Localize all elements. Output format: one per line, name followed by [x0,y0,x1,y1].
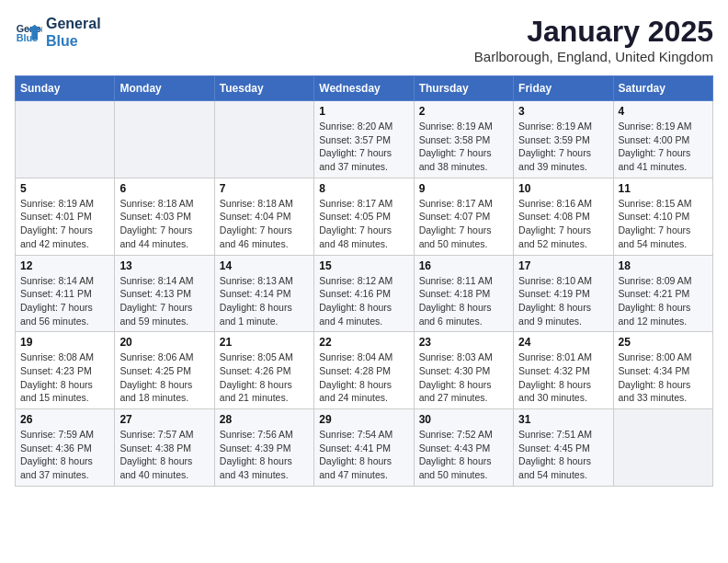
day-number: 26 [20,413,109,426]
day-info: Sunrise: 8:16 AM Sunset: 4:08 PM Dayligh… [518,197,608,251]
calendar-cell: 24Sunrise: 8:01 AM Sunset: 4:32 PM Dayli… [514,332,613,409]
day-info: Sunrise: 8:14 AM Sunset: 4:13 PM Dayligh… [119,274,209,328]
calendar-cell: 19Sunrise: 8:08 AM Sunset: 4:23 PM Dayli… [16,332,115,409]
weekday-header-tuesday: Tuesday [214,76,313,101]
day-number: 5 [20,182,109,195]
calendar-cell: 7Sunrise: 8:18 AM Sunset: 4:04 PM Daylig… [214,178,313,255]
logo-general: General [46,15,101,32]
day-number: 11 [619,182,708,195]
day-number: 2 [419,105,508,118]
day-number: 4 [619,105,708,118]
calendar-cell: 17Sunrise: 8:10 AM Sunset: 4:19 PM Dayli… [514,255,613,332]
day-number: 10 [518,182,608,195]
day-number: 21 [220,336,309,349]
day-info: Sunrise: 8:19 AM Sunset: 4:01 PM Dayligh… [20,197,109,251]
day-number: 18 [619,259,708,272]
weekday-header-wednesday: Wednesday [314,76,414,101]
logo-icon: General Blue [15,18,42,46]
day-number: 1 [319,105,408,118]
day-info: Sunrise: 8:17 AM Sunset: 4:07 PM Dayligh… [419,197,508,251]
day-number: 22 [319,336,408,349]
calendar-cell: 1Sunrise: 8:20 AM Sunset: 3:57 PM Daylig… [314,101,414,178]
calendar-week-5: 26Sunrise: 7:59 AM Sunset: 4:36 PM Dayli… [16,409,713,487]
calendar-cell: 28Sunrise: 7:56 AM Sunset: 4:39 PM Dayli… [214,409,313,487]
calendar-cell: 15Sunrise: 8:12 AM Sunset: 4:16 PM Dayli… [314,255,414,332]
day-info: Sunrise: 7:51 AM Sunset: 4:45 PM Dayligh… [518,428,608,482]
day-info: Sunrise: 8:01 AM Sunset: 4:32 PM Dayligh… [518,350,608,405]
calendar-cell: 10Sunrise: 8:16 AM Sunset: 4:08 PM Dayli… [514,178,613,255]
calendar-week-1: 1Sunrise: 8:20 AM Sunset: 3:57 PM Daylig… [16,101,713,178]
day-info: Sunrise: 8:00 AM Sunset: 4:34 PM Dayligh… [619,350,708,405]
calendar-cell: 23Sunrise: 8:03 AM Sunset: 4:30 PM Dayli… [414,332,513,409]
weekday-header-friday: Friday [514,76,613,101]
day-number: 6 [119,182,209,195]
title-block: January 2025 Barlborough, England, Unite… [474,15,713,64]
calendar-cell [613,409,712,487]
calendar-cell: 6Sunrise: 8:18 AM Sunset: 4:03 PM Daylig… [115,178,214,255]
calendar-cell: 25Sunrise: 8:00 AM Sunset: 4:34 PM Dayli… [613,332,712,409]
day-number: 29 [319,413,408,426]
page-header: General Blue General Blue January 2025 B… [15,15,713,64]
calendar-cell: 5Sunrise: 8:19 AM Sunset: 4:01 PM Daylig… [16,178,115,255]
weekday-header-saturday: Saturday [613,76,712,101]
day-info: Sunrise: 8:04 AM Sunset: 4:28 PM Dayligh… [319,350,408,405]
day-info: Sunrise: 8:09 AM Sunset: 4:21 PM Dayligh… [619,274,708,328]
day-number: 9 [419,182,508,195]
day-info: Sunrise: 8:12 AM Sunset: 4:16 PM Dayligh… [319,274,408,328]
day-number: 16 [419,259,508,272]
calendar-week-3: 12Sunrise: 8:14 AM Sunset: 4:11 PM Dayli… [16,255,713,332]
calendar-cell: 29Sunrise: 7:54 AM Sunset: 4:41 PM Dayli… [314,409,414,487]
day-info: Sunrise: 7:59 AM Sunset: 4:36 PM Dayligh… [20,428,109,482]
calendar-cell: 14Sunrise: 8:13 AM Sunset: 4:14 PM Dayli… [214,255,313,332]
location: Barlborough, England, United Kingdom [474,49,713,64]
calendar-cell: 20Sunrise: 8:06 AM Sunset: 4:25 PM Dayli… [115,332,214,409]
day-info: Sunrise: 8:20 AM Sunset: 3:57 PM Dayligh… [319,120,408,174]
day-number: 28 [220,413,309,426]
calendar-cell: 16Sunrise: 8:11 AM Sunset: 4:18 PM Dayli… [414,255,513,332]
weekday-header-thursday: Thursday [414,76,513,101]
month-title: January 2025 [474,15,713,49]
calendar-cell: 11Sunrise: 8:15 AM Sunset: 4:10 PM Dayli… [613,178,712,255]
calendar-cell [16,101,115,178]
calendar-cell: 21Sunrise: 8:05 AM Sunset: 4:26 PM Dayli… [214,332,313,409]
calendar-cell: 12Sunrise: 8:14 AM Sunset: 4:11 PM Dayli… [16,255,115,332]
weekday-header-row: SundayMondayTuesdayWednesdayThursdayFrid… [16,76,713,101]
calendar-cell: 3Sunrise: 8:19 AM Sunset: 3:59 PM Daylig… [514,101,613,178]
calendar-cell: 27Sunrise: 7:57 AM Sunset: 4:38 PM Dayli… [115,409,214,487]
day-info: Sunrise: 8:19 AM Sunset: 3:59 PM Dayligh… [518,120,608,174]
day-number: 13 [119,259,209,272]
day-number: 23 [419,336,508,349]
day-info: Sunrise: 8:06 AM Sunset: 4:25 PM Dayligh… [119,350,209,405]
day-info: Sunrise: 8:15 AM Sunset: 4:10 PM Dayligh… [619,197,708,251]
calendar-week-2: 5Sunrise: 8:19 AM Sunset: 4:01 PM Daylig… [16,178,713,255]
day-info: Sunrise: 8:19 AM Sunset: 4:00 PM Dayligh… [619,120,708,174]
day-info: Sunrise: 7:57 AM Sunset: 4:38 PM Dayligh… [119,428,209,482]
day-info: Sunrise: 8:10 AM Sunset: 4:19 PM Dayligh… [518,274,608,328]
day-number: 3 [518,105,608,118]
day-info: Sunrise: 8:05 AM Sunset: 4:26 PM Dayligh… [220,350,309,405]
day-info: Sunrise: 8:11 AM Sunset: 4:18 PM Dayligh… [419,274,508,328]
logo: General Blue General Blue [15,15,101,50]
calendar-cell: 2Sunrise: 8:19 AM Sunset: 3:58 PM Daylig… [414,101,513,178]
day-number: 31 [518,413,608,426]
day-info: Sunrise: 8:14 AM Sunset: 4:11 PM Dayligh… [20,274,109,328]
day-info: Sunrise: 8:03 AM Sunset: 4:30 PM Dayligh… [419,350,508,405]
calendar-table: SundayMondayTuesdayWednesdayThursdayFrid… [15,75,713,487]
day-info: Sunrise: 7:56 AM Sunset: 4:39 PM Dayligh… [220,428,309,482]
day-number: 17 [518,259,608,272]
day-info: Sunrise: 8:18 AM Sunset: 4:03 PM Dayligh… [119,197,209,251]
calendar-cell: 8Sunrise: 8:17 AM Sunset: 4:05 PM Daylig… [314,178,414,255]
day-number: 15 [319,259,408,272]
day-number: 19 [20,336,109,349]
calendar-cell: 9Sunrise: 8:17 AM Sunset: 4:07 PM Daylig… [414,178,513,255]
calendar-cell: 30Sunrise: 7:52 AM Sunset: 4:43 PM Dayli… [414,409,513,487]
day-number: 7 [220,182,309,195]
day-info: Sunrise: 8:18 AM Sunset: 4:04 PM Dayligh… [220,197,309,251]
calendar-cell: 13Sunrise: 8:14 AM Sunset: 4:13 PM Dayli… [115,255,214,332]
day-number: 27 [119,413,209,426]
weekday-header-sunday: Sunday [16,76,115,101]
day-info: Sunrise: 8:19 AM Sunset: 3:58 PM Dayligh… [419,120,508,174]
day-info: Sunrise: 7:54 AM Sunset: 4:41 PM Dayligh… [319,428,408,482]
weekday-header-monday: Monday [115,76,214,101]
calendar-cell [214,101,313,178]
